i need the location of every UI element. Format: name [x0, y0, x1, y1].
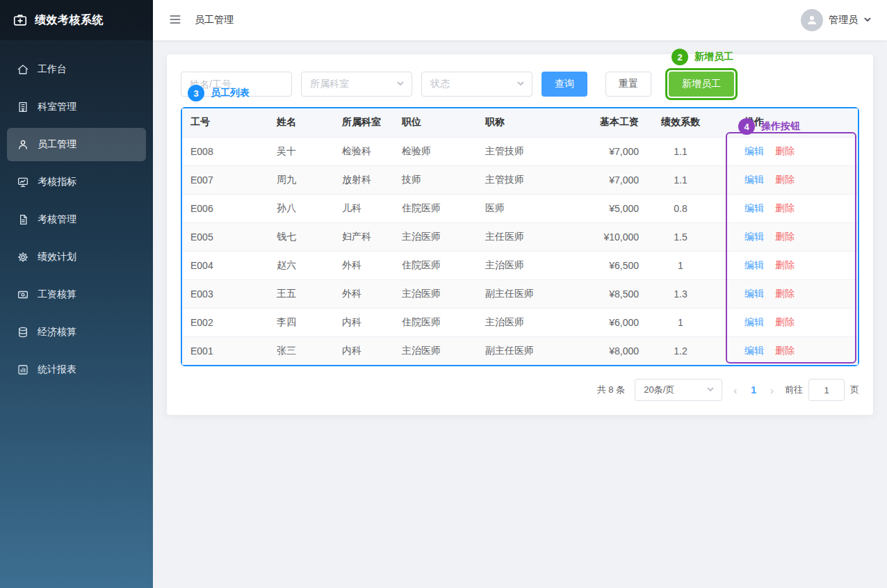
chevron-down-icon — [863, 15, 872, 26]
cell-name: 孙八 — [268, 194, 334, 222]
annotation-badge: 2 — [672, 49, 688, 65]
sidebar-item-employees[interactable]: 员工管理 — [7, 128, 146, 161]
cell-salary: ¥8,000 — [592, 336, 647, 365]
cell-position: 住院医师 — [393, 194, 477, 222]
cell-coefficient: 1.2 — [647, 336, 714, 365]
cell-name: 李四 — [268, 308, 334, 336]
delete-link[interactable]: 删除 — [775, 202, 795, 213]
edit-link[interactable]: 编辑 — [744, 259, 764, 270]
reset-button[interactable]: 重置 — [605, 72, 651, 97]
sidebar-item-label: 员工管理 — [38, 138, 76, 151]
department-select[interactable]: 所属科室 — [301, 72, 412, 97]
table-header-row: 工号 姓名 所属科室 职位 职称 基本工资 绩效系数 操作 — [182, 108, 858, 137]
cell-employee-id: E004 — [182, 251, 268, 279]
department-select-placeholder: 所属科室 — [310, 78, 349, 90]
cell-coefficient: 1 — [647, 308, 714, 336]
prev-page-button[interactable]: ‹ — [732, 384, 738, 396]
next-page-button[interactable]: › — [769, 384, 775, 396]
delete-link[interactable]: 删除 — [775, 231, 795, 242]
cell-coefficient: 1.3 — [647, 279, 714, 308]
delete-link[interactable]: 删除 — [775, 345, 795, 356]
app-title: 绩效考核系统 — [35, 13, 104, 28]
cell-salary: ¥7,000 — [592, 165, 647, 194]
search-button[interactable]: 查询 — [542, 72, 587, 97]
annotation-box-table: 3 员工列表 工号 姓名 所属科室 — [181, 107, 859, 366]
sidebar-item-label: 统计报表 — [38, 364, 76, 376]
edit-link[interactable]: 编辑 — [744, 145, 764, 156]
cell-position: 住院医师 — [393, 308, 477, 336]
edit-link[interactable]: 编辑 — [744, 288, 764, 299]
column-header: 职称 — [477, 108, 592, 137]
status-select[interactable]: 状态 — [421, 72, 532, 97]
cell-coefficient: 0.8 — [647, 194, 714, 222]
sidebar-item-assessments[interactable]: 考核管理 — [7, 203, 146, 236]
cell-salary: ¥6,000 — [592, 308, 647, 336]
chevron-down-icon — [516, 79, 525, 90]
cell-employee-id: E002 — [182, 308, 268, 336]
pagination: 共 8 条 20条/页 ‹ 1 › 前往 页 — [181, 379, 859, 401]
document-icon — [17, 213, 29, 226]
sidebar-item-reports[interactable]: 统计报表 — [7, 353, 146, 386]
sidebar-item-workbench[interactable]: 工作台 — [7, 53, 146, 86]
edit-link[interactable]: 编辑 — [744, 316, 764, 327]
delete-link[interactable]: 删除 — [775, 316, 795, 327]
cell-employee-id: E003 — [182, 279, 268, 308]
cell-department: 外科 — [334, 279, 393, 308]
table-body: E008 吴十 检验科 检验师 主管技师 ¥7,000 1.1 编辑删除 E00… — [182, 137, 858, 365]
page-content: 所属科室 状态 查询 重置 2 新增员工 新增员工 — [153, 40, 887, 429]
monitor-icon — [17, 176, 29, 188]
delete-link[interactable]: 删除 — [775, 174, 795, 185]
cell-position: 检验师 — [393, 137, 477, 165]
page-size-select[interactable]: 20条/页 — [635, 379, 722, 401]
goto-prefix-label: 前往 — [785, 384, 803, 396]
sidebar-item-economy[interactable]: 经济核算 — [7, 316, 146, 349]
sidebar-menu: 工作台 科室管理 员工管理 考核指标 — [0, 40, 153, 386]
edit-link[interactable]: 编辑 — [744, 174, 764, 185]
cell-salary: ¥5,000 — [592, 194, 647, 222]
cell-department: 放射科 — [334, 165, 393, 194]
sidebar-item-label: 工作台 — [38, 63, 67, 76]
cell-position: 主治医师 — [393, 336, 477, 365]
cell-department: 检验科 — [334, 137, 393, 165]
topbar: 员工管理 管理员 — [153, 0, 887, 40]
delete-link[interactable]: 删除 — [775, 259, 795, 270]
cell-name: 周九 — [268, 165, 334, 194]
cell-coefficient: 1.5 — [647, 222, 714, 251]
cell-title: 副主任医师 — [477, 336, 592, 365]
cell-salary: ¥6,500 — [592, 251, 647, 279]
table-row: E004 赵六 外科 住院医师 主治医师 ¥6,500 1 编辑删除 — [182, 251, 858, 279]
chevron-down-icon — [706, 384, 715, 395]
status-select-placeholder: 状态 — [430, 78, 450, 90]
employee-card: 所属科室 状态 查询 重置 2 新增员工 新增员工 — [167, 54, 873, 415]
delete-link[interactable]: 删除 — [775, 288, 795, 299]
user-menu[interactable]: 管理员 — [801, 9, 872, 31]
add-employee-button[interactable]: 新增员工 — [669, 72, 734, 97]
delete-link[interactable]: 删除 — [775, 145, 795, 156]
cell-title: 医师 — [477, 194, 592, 222]
home-icon — [17, 63, 29, 76]
edit-link[interactable]: 编辑 — [744, 345, 764, 356]
page-number-current[interactable]: 1 — [748, 384, 759, 395]
column-header: 工号 — [182, 108, 268, 137]
column-header: 基本工资 — [592, 108, 647, 137]
sidebar-item-departments[interactable]: 科室管理 — [7, 90, 146, 124]
goto-page-input[interactable] — [808, 379, 845, 401]
cell-position: 技师 — [393, 165, 477, 194]
edit-link[interactable]: 编辑 — [744, 202, 764, 213]
sidebar-item-salary[interactable]: 工资核算 — [7, 278, 146, 311]
user-name: 管理员 — [829, 14, 858, 26]
cell-employee-id: E007 — [182, 165, 268, 194]
sidebar-item-indicators[interactable]: 考核指标 — [7, 165, 146, 199]
menu-toggle-icon[interactable] — [168, 13, 182, 28]
annotation-box-add-button: 2 新增员工 新增员工 — [665, 68, 738, 100]
cell-position: 主治医师 — [393, 279, 477, 308]
cell-name: 赵六 — [268, 251, 334, 279]
cell-department: 外科 — [334, 251, 393, 279]
cell-department: 内科 — [334, 336, 393, 365]
edit-link[interactable]: 编辑 — [744, 231, 764, 242]
column-header: 姓名 — [268, 108, 334, 137]
banknote-icon — [17, 288, 29, 301]
sidebar-item-plans[interactable]: 绩效计划 — [7, 240, 146, 274]
table-row: E006 孙八 儿科 住院医师 医师 ¥5,000 0.8 编辑删除 — [182, 194, 858, 222]
cell-title: 副主任医师 — [477, 279, 592, 308]
